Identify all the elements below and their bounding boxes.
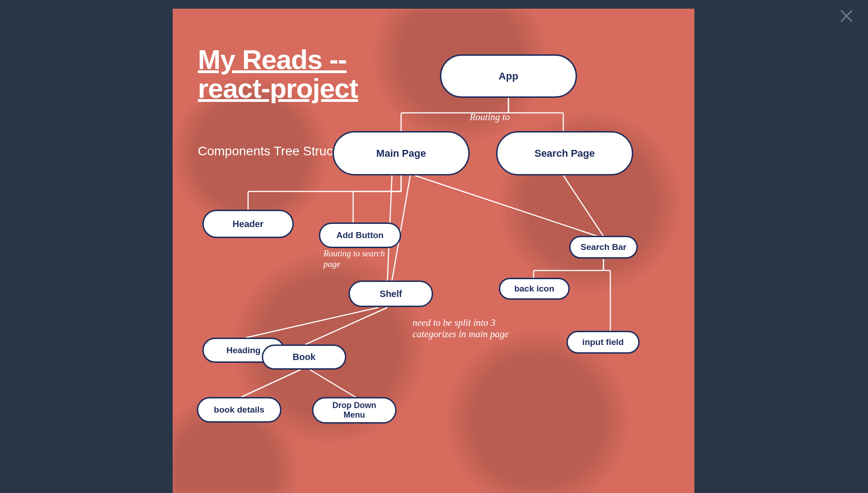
page-title: My Reads -- react-project	[198, 45, 408, 103]
diagram-slide: My Reads -- react-project Components Tre…	[173, 9, 694, 493]
node-book-details: book details	[197, 397, 281, 423]
node-book: Book	[262, 345, 346, 370]
node-input-field: input field	[566, 331, 640, 354]
annot-shelf-note: need to be split into 3 categorizes in m…	[413, 317, 531, 340]
annot-routing-search: Routing to search page	[323, 249, 387, 270]
node-app: App	[440, 54, 577, 98]
node-search-page: Search Page	[496, 131, 633, 175]
node-main-page: Main Page	[333, 131, 470, 175]
node-shelf: Shelf	[349, 281, 433, 307]
node-dropdown: Drop Down Menu	[312, 397, 397, 424]
close-icon[interactable]	[839, 8, 854, 24]
node-add-button: Add Button	[319, 223, 401, 248]
page-subtitle: Components Tree Structure	[198, 144, 355, 159]
annot-routing-to: Routing to	[470, 111, 510, 123]
node-back-icon: back icon	[499, 278, 570, 300]
node-header: Header	[202, 210, 294, 238]
node-search-bar: Search Bar	[569, 236, 638, 259]
